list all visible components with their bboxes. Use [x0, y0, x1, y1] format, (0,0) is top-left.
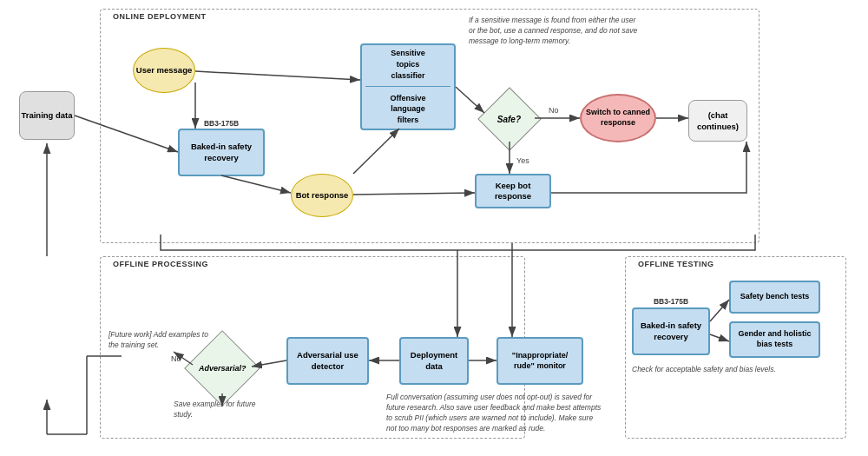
canned-annotation: If a sensitive message is found from eit…	[469, 16, 642, 47]
check-text: Check for acceptable safety and bias lev…	[632, 365, 823, 375]
offline-processing-label: OFFLINE PROCESSING	[113, 260, 208, 268]
deployment-annotation: Full conversation (assuming user does no…	[386, 393, 603, 434]
training-data-node: Training data	[19, 91, 75, 140]
save-examples-text: Save examples for future study.	[174, 400, 260, 420]
diagram: ONLINE DEPLOYMENT OFFLINE PROCESSING OFF…	[0, 0, 868, 456]
baked-in-safety-top-node: Baked-in safety recovery	[178, 129, 265, 176]
switch-canned-node: Switch to canned response	[580, 94, 656, 142]
chat-continues-node: (chat continues)	[688, 100, 747, 142]
adversarial-detector-node: Adversarial use detector	[286, 337, 369, 385]
inappropriate-monitor-node: "Inappropriate/ rude" monitor	[496, 337, 583, 385]
bb3-top-label: BB3-175B	[182, 117, 260, 129]
offline-testing-label: OFFLINE TESTING	[638, 260, 714, 268]
no-label-adversarial: No	[171, 354, 181, 363]
online-deployment-label: ONLINE DEPLOYMENT	[113, 12, 207, 21]
keep-bot-response-node: Keep bot response	[475, 174, 551, 208]
adversarial-diamond-node: Adversarial?	[193, 339, 252, 398]
gender-holistic-node: Gender and holistic bias tests	[729, 321, 820, 358]
classifier-filter-node: Sensitive topics classifier Offensive la…	[360, 43, 456, 130]
safety-bench-node: Safety bench tests	[729, 281, 820, 314]
baked-in-safety-bot-node: Baked-in safety recovery	[632, 307, 710, 355]
bot-response-node: Bot response	[291, 174, 353, 217]
bb3-bot-label: BB3-175B	[636, 295, 706, 307]
safe-diamond-node: Safe?	[484, 94, 535, 144]
user-message-node: User message	[133, 48, 195, 93]
deployment-data-node: Deployment data	[399, 337, 469, 385]
